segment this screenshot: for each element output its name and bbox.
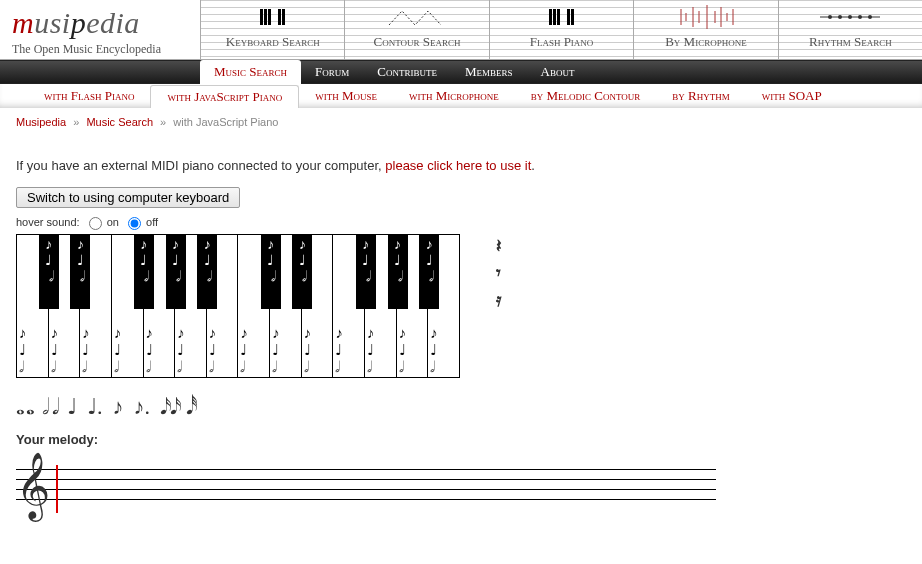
subnav-rhythm[interactable]: by Rhythm <box>656 85 745 107</box>
logo-letter-p: p <box>71 6 87 39</box>
black-key[interactable]: ♪♩𝅗𝅥 <box>197 235 217 309</box>
tab-keyboard-search[interactable]: Keyboard Search <box>200 0 344 59</box>
logo-mid: usi <box>34 6 71 39</box>
dur-sixteenth-dot[interactable]: 𝅘𝅥𝅯. <box>170 394 176 420</box>
black-key[interactable]: ♪♩𝅗𝅥 <box>39 235 59 309</box>
midi-link[interactable]: please click here to use it <box>385 158 531 173</box>
hover-on-label: on <box>107 216 119 228</box>
staff-cursor <box>56 465 58 513</box>
content: If you have an external MIDI piano conne… <box>0 136 922 527</box>
svg-point-13 <box>848 15 852 19</box>
tab-label: Flash Piano <box>530 34 594 49</box>
tab-label: Contour Search <box>374 34 461 49</box>
switch-keyboard-button[interactable]: Switch to using computer keyboard <box>16 187 240 208</box>
logo-letter-m: m <box>12 6 34 39</box>
intro-prefix: If you have an external MIDI piano conne… <box>16 158 385 173</box>
dur-eighth-dot[interactable]: ♪. <box>134 394 151 420</box>
top-header: musipedia The Open Music Encyclopedia Ke… <box>0 0 922 60</box>
dur-eighth[interactable]: ♪ <box>113 394 124 420</box>
piano-keyboard: ♪♩𝅗𝅥♪♩𝅗𝅥♪♩𝅗𝅥♪♩𝅗𝅥♪♩𝅗𝅥♪♩𝅗𝅥♪♩𝅗𝅥♪♩𝅗𝅥♪♩𝅗𝅥♪♩𝅗𝅥… <box>16 234 460 378</box>
black-key[interactable]: ♪♩𝅗𝅥 <box>166 235 186 309</box>
piano-area: ♪♩𝅗𝅥♪♩𝅗𝅥♪♩𝅗𝅥♪♩𝅗𝅥♪♩𝅗𝅥♪♩𝅗𝅥♪♩𝅗𝅥♪♩𝅗𝅥♪♩𝅗𝅥♪♩𝅗𝅥… <box>16 234 906 378</box>
breadcrumb: Musipedia » Music Search » with JavaScri… <box>0 108 922 136</box>
intro-text: If you have an external MIDI piano conne… <box>16 158 906 173</box>
melody-label: Your melody: <box>16 432 906 447</box>
dur-whole-dot[interactable]: 𝅝. <box>26 394 32 420</box>
subnav-soap[interactable]: with SOAP <box>746 85 838 107</box>
hover-off-label: off <box>146 216 158 228</box>
dur-quarter[interactable]: ♩ <box>67 394 77 420</box>
tab-label: By Microphone <box>665 34 746 49</box>
tab-flash-piano[interactable]: Flash Piano <box>489 0 633 59</box>
staff-lines <box>16 469 716 509</box>
black-key[interactable]: ♪♩𝅗𝅥 <box>261 235 281 309</box>
subnav-microphone[interactable]: with Microphone <box>393 85 515 107</box>
svg-point-14 <box>858 15 862 19</box>
sub-nav: with Flash Piano with JavaScript Piano w… <box>0 84 922 108</box>
tagline: The Open Music Encyclopedia <box>12 42 190 57</box>
header-tabs: Keyboard Search Contour Search Flash Pia… <box>200 0 922 59</box>
black-key[interactable]: ♪♩𝅗𝅥 <box>388 235 408 309</box>
intro-tail: . <box>531 158 535 173</box>
waveform-icon <box>634 4 777 30</box>
black-key[interactable]: ♪♩𝅗𝅥 <box>70 235 90 309</box>
subnav-js-piano[interactable]: with JavaScript Piano <box>150 85 299 108</box>
tab-contour-search[interactable]: Contour Search <box>344 0 488 59</box>
main-nav: Music Search Forum Contribute Members Ab… <box>0 60 922 84</box>
hover-label: hover sound: <box>16 216 80 228</box>
piano-keys-icon <box>201 4 344 30</box>
crumb-mid[interactable]: Music Search <box>86 116 153 128</box>
svg-point-11 <box>828 15 832 19</box>
hover-on-radio[interactable] <box>89 217 102 230</box>
crumb-leaf: with JavaScript Piano <box>173 116 278 128</box>
duration-row: 𝅝 𝅝. 𝅗𝅥 𝅗𝅥. ♩ ♩. ♪ ♪. 𝅘𝅥𝅯 𝅘𝅥𝅯. 𝅘𝅥𝅰 <box>16 394 906 420</box>
nav-about[interactable]: About <box>527 60 589 84</box>
subnav-melodic-contour[interactable]: by Melodic Contour <box>515 85 657 107</box>
contour-icon <box>345 4 488 30</box>
crumb-sep: » <box>73 116 79 128</box>
black-key[interactable]: ♪♩𝅗𝅥 <box>292 235 312 309</box>
tab-rhythm-search[interactable]: Rhythm Search <box>778 0 922 59</box>
logo-area: musipedia The Open Music Encyclopedia <box>0 0 200 59</box>
rhythm-icon <box>779 4 922 30</box>
dur-half-dot[interactable]: 𝅗𝅥. <box>52 394 58 420</box>
nav-music-search[interactable]: Music Search <box>200 60 301 84</box>
melody-staff: 𝄞 <box>16 459 716 519</box>
subnav-flash-piano[interactable]: with Flash Piano <box>28 85 150 107</box>
crumb-root[interactable]: Musipedia <box>16 116 66 128</box>
logo-suffix: edia <box>86 6 140 39</box>
hover-sound-row: hover sound: on off <box>16 216 906 230</box>
site-logo[interactable]: musipedia <box>12 6 190 40</box>
black-key[interactable]: ♪♩𝅗𝅥 <box>419 235 439 309</box>
nav-members[interactable]: Members <box>451 60 527 84</box>
crumb-sep: » <box>160 116 166 128</box>
tab-by-microphone[interactable]: By Microphone <box>633 0 777 59</box>
tab-label: Rhythm Search <box>809 34 892 49</box>
black-key[interactable]: ♪♩𝅗𝅥 <box>134 235 154 309</box>
subnav-mouse[interactable]: with Mouse <box>299 85 393 107</box>
nav-contribute[interactable]: Contribute <box>363 60 451 84</box>
piano-keys-icon <box>490 4 633 30</box>
treble-clef-icon: 𝄞 <box>16 457 50 515</box>
svg-point-12 <box>838 15 842 19</box>
hover-off-radio[interactable] <box>128 217 141 230</box>
nav-forum[interactable]: Forum <box>301 60 363 84</box>
black-key[interactable]: ♪♩𝅗𝅥 <box>356 235 376 309</box>
dur-quarter-dot[interactable]: ♩. <box>87 394 103 420</box>
svg-point-15 <box>868 15 872 19</box>
tab-label: Keyboard Search <box>226 34 320 49</box>
